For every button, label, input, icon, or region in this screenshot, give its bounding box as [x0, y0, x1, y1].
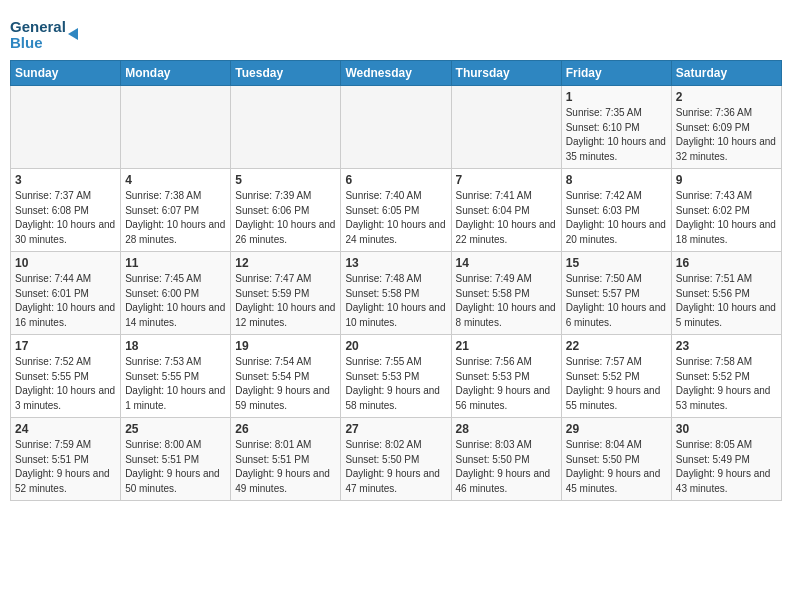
day-cell: 10Sunrise: 7:44 AM Sunset: 6:01 PM Dayli…	[11, 252, 121, 335]
day-cell: 15Sunrise: 7:50 AM Sunset: 5:57 PM Dayli…	[561, 252, 671, 335]
day-cell: 11Sunrise: 7:45 AM Sunset: 6:00 PM Dayli…	[121, 252, 231, 335]
day-info: Sunrise: 7:41 AM Sunset: 6:04 PM Dayligh…	[456, 189, 557, 247]
day-info: Sunrise: 7:57 AM Sunset: 5:52 PM Dayligh…	[566, 355, 667, 413]
weekday-header-wednesday: Wednesday	[341, 61, 451, 86]
weekday-header-tuesday: Tuesday	[231, 61, 341, 86]
day-info: Sunrise: 7:40 AM Sunset: 6:05 PM Dayligh…	[345, 189, 446, 247]
day-info: Sunrise: 8:05 AM Sunset: 5:49 PM Dayligh…	[676, 438, 777, 496]
day-number: 3	[15, 173, 116, 187]
day-info: Sunrise: 7:54 AM Sunset: 5:54 PM Dayligh…	[235, 355, 336, 413]
day-cell: 4Sunrise: 7:38 AM Sunset: 6:07 PM Daylig…	[121, 169, 231, 252]
day-number: 10	[15, 256, 116, 270]
day-number: 16	[676, 256, 777, 270]
day-info: Sunrise: 7:44 AM Sunset: 6:01 PM Dayligh…	[15, 272, 116, 330]
svg-text:General: General	[10, 18, 66, 35]
day-info: Sunrise: 7:47 AM Sunset: 5:59 PM Dayligh…	[235, 272, 336, 330]
weekday-header-saturday: Saturday	[671, 61, 781, 86]
day-number: 30	[676, 422, 777, 436]
day-info: Sunrise: 7:37 AM Sunset: 6:08 PM Dayligh…	[15, 189, 116, 247]
day-cell: 22Sunrise: 7:57 AM Sunset: 5:52 PM Dayli…	[561, 335, 671, 418]
day-number: 6	[345, 173, 446, 187]
day-info: Sunrise: 7:39 AM Sunset: 6:06 PM Dayligh…	[235, 189, 336, 247]
day-cell: 17Sunrise: 7:52 AM Sunset: 5:55 PM Dayli…	[11, 335, 121, 418]
day-number: 7	[456, 173, 557, 187]
weekday-header-row: SundayMondayTuesdayWednesdayThursdayFrid…	[11, 61, 782, 86]
week-row-4: 17Sunrise: 7:52 AM Sunset: 5:55 PM Dayli…	[11, 335, 782, 418]
day-cell	[121, 86, 231, 169]
day-cell: 6Sunrise: 7:40 AM Sunset: 6:05 PM Daylig…	[341, 169, 451, 252]
day-info: Sunrise: 8:03 AM Sunset: 5:50 PM Dayligh…	[456, 438, 557, 496]
calendar-body: 1Sunrise: 7:35 AM Sunset: 6:10 PM Daylig…	[11, 86, 782, 501]
day-info: Sunrise: 7:43 AM Sunset: 6:02 PM Dayligh…	[676, 189, 777, 247]
day-info: Sunrise: 8:04 AM Sunset: 5:50 PM Dayligh…	[566, 438, 667, 496]
day-cell: 14Sunrise: 7:49 AM Sunset: 5:58 PM Dayli…	[451, 252, 561, 335]
day-cell	[451, 86, 561, 169]
day-info: Sunrise: 7:52 AM Sunset: 5:55 PM Dayligh…	[15, 355, 116, 413]
day-number: 22	[566, 339, 667, 353]
day-cell: 16Sunrise: 7:51 AM Sunset: 5:56 PM Dayli…	[671, 252, 781, 335]
day-number: 12	[235, 256, 336, 270]
day-number: 26	[235, 422, 336, 436]
day-info: Sunrise: 7:48 AM Sunset: 5:58 PM Dayligh…	[345, 272, 446, 330]
day-number: 29	[566, 422, 667, 436]
day-number: 25	[125, 422, 226, 436]
day-cell: 21Sunrise: 7:56 AM Sunset: 5:53 PM Dayli…	[451, 335, 561, 418]
day-number: 17	[15, 339, 116, 353]
day-number: 15	[566, 256, 667, 270]
header: GeneralBlue	[10, 10, 782, 54]
day-info: Sunrise: 8:02 AM Sunset: 5:50 PM Dayligh…	[345, 438, 446, 496]
day-cell: 25Sunrise: 8:00 AM Sunset: 5:51 PM Dayli…	[121, 418, 231, 501]
day-cell: 7Sunrise: 7:41 AM Sunset: 6:04 PM Daylig…	[451, 169, 561, 252]
day-info: Sunrise: 7:53 AM Sunset: 5:55 PM Dayligh…	[125, 355, 226, 413]
day-number: 4	[125, 173, 226, 187]
day-number: 13	[345, 256, 446, 270]
day-number: 18	[125, 339, 226, 353]
day-cell: 8Sunrise: 7:42 AM Sunset: 6:03 PM Daylig…	[561, 169, 671, 252]
week-row-5: 24Sunrise: 7:59 AM Sunset: 5:51 PM Dayli…	[11, 418, 782, 501]
day-number: 14	[456, 256, 557, 270]
day-number: 5	[235, 173, 336, 187]
day-cell: 28Sunrise: 8:03 AM Sunset: 5:50 PM Dayli…	[451, 418, 561, 501]
day-number: 23	[676, 339, 777, 353]
day-info: Sunrise: 7:55 AM Sunset: 5:53 PM Dayligh…	[345, 355, 446, 413]
day-cell: 20Sunrise: 7:55 AM Sunset: 5:53 PM Dayli…	[341, 335, 451, 418]
day-cell: 9Sunrise: 7:43 AM Sunset: 6:02 PM Daylig…	[671, 169, 781, 252]
day-number: 8	[566, 173, 667, 187]
day-number: 20	[345, 339, 446, 353]
day-number: 21	[456, 339, 557, 353]
day-cell: 23Sunrise: 7:58 AM Sunset: 5:52 PM Dayli…	[671, 335, 781, 418]
day-info: Sunrise: 8:00 AM Sunset: 5:51 PM Dayligh…	[125, 438, 226, 496]
day-cell: 19Sunrise: 7:54 AM Sunset: 5:54 PM Dayli…	[231, 335, 341, 418]
logo-svg: GeneralBlue	[10, 14, 90, 54]
day-number: 2	[676, 90, 777, 104]
day-number: 1	[566, 90, 667, 104]
day-info: Sunrise: 7:45 AM Sunset: 6:00 PM Dayligh…	[125, 272, 226, 330]
week-row-3: 10Sunrise: 7:44 AM Sunset: 6:01 PM Dayli…	[11, 252, 782, 335]
week-row-1: 1Sunrise: 7:35 AM Sunset: 6:10 PM Daylig…	[11, 86, 782, 169]
day-cell: 5Sunrise: 7:39 AM Sunset: 6:06 PM Daylig…	[231, 169, 341, 252]
day-info: Sunrise: 7:59 AM Sunset: 5:51 PM Dayligh…	[15, 438, 116, 496]
day-cell	[341, 86, 451, 169]
day-cell: 18Sunrise: 7:53 AM Sunset: 5:55 PM Dayli…	[121, 335, 231, 418]
day-cell: 26Sunrise: 8:01 AM Sunset: 5:51 PM Dayli…	[231, 418, 341, 501]
week-row-2: 3Sunrise: 7:37 AM Sunset: 6:08 PM Daylig…	[11, 169, 782, 252]
day-number: 27	[345, 422, 446, 436]
day-info: Sunrise: 7:42 AM Sunset: 6:03 PM Dayligh…	[566, 189, 667, 247]
day-number: 24	[15, 422, 116, 436]
day-info: Sunrise: 7:35 AM Sunset: 6:10 PM Dayligh…	[566, 106, 667, 164]
weekday-header-monday: Monday	[121, 61, 231, 86]
day-cell: 1Sunrise: 7:35 AM Sunset: 6:10 PM Daylig…	[561, 86, 671, 169]
weekday-header-thursday: Thursday	[451, 61, 561, 86]
weekday-header-friday: Friday	[561, 61, 671, 86]
day-cell: 3Sunrise: 7:37 AM Sunset: 6:08 PM Daylig…	[11, 169, 121, 252]
day-cell	[231, 86, 341, 169]
day-info: Sunrise: 7:51 AM Sunset: 5:56 PM Dayligh…	[676, 272, 777, 330]
day-cell: 13Sunrise: 7:48 AM Sunset: 5:58 PM Dayli…	[341, 252, 451, 335]
day-cell: 27Sunrise: 8:02 AM Sunset: 5:50 PM Dayli…	[341, 418, 451, 501]
weekday-header-sunday: Sunday	[11, 61, 121, 86]
day-number: 11	[125, 256, 226, 270]
day-info: Sunrise: 7:56 AM Sunset: 5:53 PM Dayligh…	[456, 355, 557, 413]
day-cell: 2Sunrise: 7:36 AM Sunset: 6:09 PM Daylig…	[671, 86, 781, 169]
day-info: Sunrise: 7:38 AM Sunset: 6:07 PM Dayligh…	[125, 189, 226, 247]
day-cell: 29Sunrise: 8:04 AM Sunset: 5:50 PM Dayli…	[561, 418, 671, 501]
